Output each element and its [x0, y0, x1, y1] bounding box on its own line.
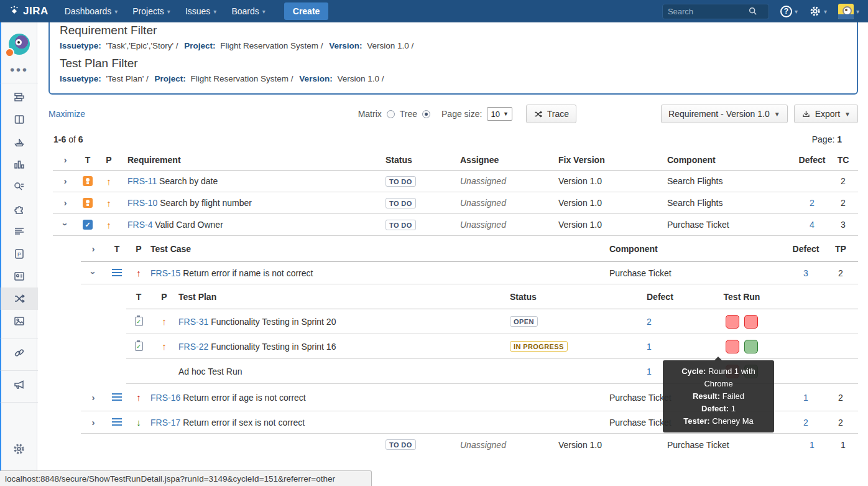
issue-key-link[interactable]: FRS-17 [150, 418, 180, 428]
issuetype-label: Issuetype: [60, 41, 101, 50]
test-run-failed-box[interactable] [744, 315, 758, 329]
tooltip-cycle: Cycle: Round 1 with Chrome [667, 365, 770, 390]
defect-count-link[interactable]: 1 [803, 393, 808, 403]
col-type: T [126, 292, 151, 302]
more-icon[interactable]: ●●● [10, 65, 29, 74]
requirement-version-dropdown[interactable]: Requirement - Version 1.0▼ [661, 105, 788, 123]
expand-icon[interactable]: › [64, 198, 67, 207]
defect-count-link[interactable]: 1 [647, 367, 652, 376]
admin-menu[interactable]: ▾ [809, 5, 827, 17]
expand-all-icon[interactable]: › [64, 155, 67, 164]
test-run-passed-box[interactable] [744, 340, 758, 353]
trace-button[interactable]: Trace [526, 105, 576, 123]
help-menu[interactable]: ? ▾ [780, 6, 798, 17]
chevron-down-icon: ▾ [262, 8, 265, 15]
col-status: Status [502, 292, 636, 302]
sidebar-item-announcements[interactable] [1, 373, 38, 396]
user-menu[interactable]: ▾ [838, 4, 859, 19]
priority-high-icon: ↑ [106, 220, 111, 230]
defect-count-link[interactable]: 1 [647, 342, 652, 352]
sidebar-item-issues[interactable] [1, 175, 38, 198]
col-test-case: Test Case [149, 244, 602, 254]
chevron-down-icon: ▾ [795, 8, 798, 15]
nav-boards[interactable]: Boards▾ [231, 6, 265, 16]
sidebar-item-reports[interactable] [1, 153, 38, 175]
sidebar-item-contacts[interactable] [1, 265, 38, 287]
assignee: Unassigned [460, 440, 506, 450]
issue-key-link[interactable]: FRS-10 [127, 198, 157, 208]
defect-count-link[interactable]: 2 [803, 418, 808, 428]
sidebar-item-requirements[interactable] [1, 220, 38, 243]
test-case-table-header: › T P Test Case Component Defect TP [81, 236, 858, 262]
issue-key-link[interactable]: FRS-4 [127, 220, 152, 230]
sidebar-item-traceability[interactable] [1, 287, 38, 310]
tp-count: 2 [823, 393, 858, 403]
issue-key-link[interactable]: FRS-31 [178, 317, 208, 327]
task-type-icon: ✓ [83, 220, 93, 230]
defect-count-link[interactable]: 2 [810, 198, 815, 208]
sidebar-item-board[interactable] [1, 108, 38, 131]
expand-icon[interactable]: › [92, 393, 95, 402]
page-size-select[interactable]: 10▼ [487, 107, 512, 121]
create-button[interactable]: Create [284, 2, 329, 20]
assignee: Unassigned [460, 198, 506, 208]
bar-chart-icon [13, 158, 25, 171]
project-label: Project: [155, 74, 186, 83]
nav-dashboards[interactable]: Dashboards▾ [65, 6, 118, 16]
requirement-table-header: › T P Requirement Status Assignee Fix Ve… [53, 149, 858, 171]
expand-icon[interactable]: › [92, 418, 95, 427]
project-sidebar: ●●● P [0, 22, 37, 486]
page-indicator: Page: 1 [812, 134, 853, 144]
maximize-link[interactable]: Maximize [48, 109, 85, 119]
sidebar-item-media[interactable] [1, 310, 38, 332]
test-run-failed-box[interactable] [726, 340, 739, 353]
sidebar-item-addons[interactable] [1, 198, 38, 220]
jira-logo[interactable]: JIRA [9, 5, 48, 17]
test-case-type-icon [112, 418, 122, 427]
story-type-icon [83, 176, 93, 186]
defect-count-link[interactable]: 2 [647, 317, 652, 327]
export-button[interactable]: Export▼ [794, 105, 858, 123]
sidebar-item-backlog[interactable] [1, 86, 38, 108]
test-run-failed-box[interactable] [726, 315, 739, 329]
requirement-filter-title: Requirement Filter [60, 24, 847, 37]
component: Search Flights [664, 176, 796, 186]
project-avatar[interactable] [9, 34, 30, 55]
search-box[interactable] [662, 4, 769, 19]
matrix-radio[interactable] [387, 110, 395, 118]
sidebar-item-links[interactable] [1, 342, 38, 364]
version-label: Version: [299, 74, 332, 83]
col-defect: Defect [796, 155, 828, 165]
chevron-down-icon: ▾ [856, 8, 859, 15]
requirement-filter-line: Issuetype: 'Task','Epic','Story' / Proje… [60, 41, 847, 50]
issue-key-link[interactable]: FRS-11 [127, 176, 157, 186]
expand-all-icon[interactable]: › [92, 244, 95, 253]
fix-version: Version 1.0 [553, 176, 664, 186]
col-type: T [78, 155, 98, 165]
defect-count-link[interactable]: 3 [803, 268, 808, 278]
table-row-frs-11: › ↑ FRS-11 Search by date TO DO Unassign… [53, 171, 858, 192]
issue-key-link[interactable]: FRS-16 [150, 393, 180, 403]
defect-count-link[interactable]: 4 [810, 220, 815, 230]
component: Purchase Ticket [602, 268, 788, 278]
defect-count-link[interactable]: 1 [810, 440, 815, 450]
jira-logo-text: JIRA [23, 5, 48, 17]
sidebar-item-releases[interactable] [1, 131, 38, 153]
sidebar-item-pages[interactable]: P [1, 243, 38, 265]
search-icon[interactable] [749, 7, 757, 16]
chevron-down-icon: ▾ [167, 8, 170, 15]
tree-radio[interactable] [422, 110, 430, 118]
link-icon [13, 347, 25, 359]
issue-key-link[interactable]: FRS-15 [150, 268, 180, 278]
nav-issues[interactable]: Issues▾ [185, 6, 217, 16]
nav-projects[interactable]: Projects▾ [132, 6, 170, 16]
collapse-icon[interactable]: › [89, 271, 98, 274]
tp-count: 2 [823, 418, 858, 428]
search-input[interactable] [668, 7, 749, 16]
collapse-icon[interactable]: › [61, 223, 70, 226]
sidebar-item-settings[interactable] [1, 437, 38, 460]
issue-key-link[interactable]: FRS-22 [178, 342, 208, 352]
component: Purchase Ticket [664, 440, 796, 450]
expand-icon[interactable]: › [64, 176, 67, 185]
contact-card-icon [13, 270, 25, 283]
